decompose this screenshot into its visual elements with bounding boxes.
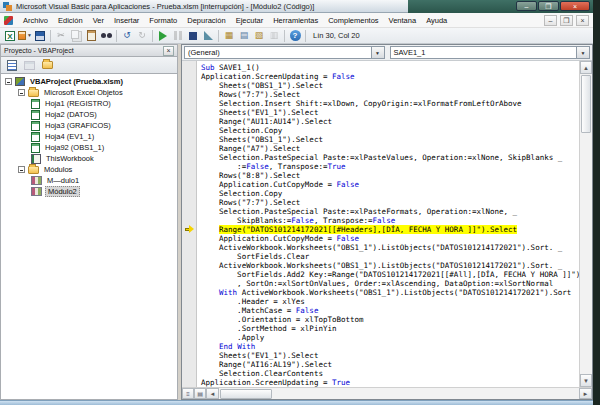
dropdown-caret-icon[interactable]: ▼ (27, 33, 32, 38)
window-border-bottom (0, 400, 593, 405)
reset-icon[interactable] (186, 29, 200, 42)
menu-ver[interactable]: Ver (88, 14, 109, 27)
paste-icon[interactable] (84, 29, 98, 42)
margin-indicator-bar[interactable] (182, 61, 197, 387)
close-panel-icon[interactable]: × (163, 46, 174, 56)
menu-ayuda[interactable]: Ayuda (421, 14, 452, 27)
properties-window-icon[interactable]: ▤ (237, 29, 251, 42)
close-icon[interactable]: × (560, 1, 590, 11)
tree-item-m-dulo2[interactable]: Módulo2 (1, 186, 177, 197)
menu-complementos[interactable]: Complementos (323, 14, 383, 27)
scroll-up-icon[interactable]: ▲ (580, 61, 592, 74)
tree-item-vbaproject-prueba-xlsm[interactable]: VBAProject (Prueba.xlsm) (1, 76, 177, 87)
code-editor[interactable]: Sub SAVE1_1()Application.ScreenUpdating … (197, 61, 579, 387)
code-line: Application.CutCopyMode = False (201, 234, 579, 243)
code-line: Range("AI16:AL19").Select (201, 360, 579, 369)
horizontal-scroll-thumb[interactable] (220, 389, 272, 399)
insert-userform-icon[interactable]: ▼ (18, 29, 32, 42)
chevron-down-icon[interactable]: ▼ (371, 47, 384, 58)
tree-item-hoja1-registro[interactable]: Hoja1 (REGISTRO) (1, 98, 177, 109)
scroll-left-icon[interactable]: ◄ (206, 388, 219, 399)
tree-item-hoja92-obs1-1[interactable]: Hoja92 (OBS1_1) (1, 142, 177, 153)
tree-item-hoja4-ev1-1[interactable]: Hoja4 (EV1_1) (1, 131, 177, 142)
toolbar-separator (116, 30, 117, 42)
collapse-icon[interactable] (5, 78, 12, 85)
folder-icon (28, 166, 39, 174)
code-line: .Apply (201, 333, 579, 342)
close-window-icon[interactable]: × (576, 15, 589, 26)
menu-edicion[interactable]: Edición (53, 14, 88, 27)
scroll-right-icon[interactable]: ► (579, 388, 592, 399)
help-icon[interactable]: ? (288, 29, 302, 42)
code-line: Selection.PasteSpecial Paste:=xlPasteVal… (201, 153, 579, 162)
maximize-icon[interactable]: ❒ (538, 1, 559, 11)
full-module-view-button[interactable]: ▤ (194, 388, 206, 399)
code-line: .SortMethod = xlPinYin (201, 324, 579, 333)
cut-icon[interactable]: ✂ (54, 29, 68, 42)
collapse-icon[interactable] (18, 166, 25, 173)
menu-insertar[interactable]: Insertar (109, 14, 144, 27)
project-explorer-icon[interactable]: ▦ (222, 29, 236, 42)
worksheet-icon (31, 143, 40, 153)
view-object-icon[interactable] (22, 59, 37, 72)
view-code-icon[interactable] (4, 59, 19, 72)
code-line: ActiveWorkbook.Worksheets("OBS1_1").List… (201, 261, 579, 270)
vertical-scrollbar[interactable]: ▲ ▼ (579, 61, 592, 387)
menu-formato[interactable]: Formato (144, 14, 182, 27)
toggle-folders-icon[interactable] (40, 59, 55, 72)
code-line: SortFields.Add2 Key:=Range("DATOS1012141… (201, 270, 579, 279)
menu-ventana[interactable]: Ventana (384, 14, 422, 27)
title-bar: Microsoft Visual Basic para Aplicaciones… (0, 0, 593, 13)
toolbox-icon[interactable]: ▥ (267, 29, 281, 42)
vertical-scroll-track[interactable] (580, 134, 592, 374)
minimize-window-icon[interactable]: – (544, 15, 557, 26)
tree-item-microsoft-excel-objetos[interactable]: Microsoft Excel Objetos (1, 87, 177, 98)
code-line: Rows("8:8").Select (201, 171, 579, 180)
tree-item-label: VBAProject (Prueba.xlsm) (28, 77, 125, 86)
code-line: ActiveWorkbook.Worksheets("OBS1_1").List… (201, 243, 579, 252)
code-line: Range("AU11:AU14").Select (201, 117, 579, 126)
vbe-window: Microsoft Visual Basic para Aplicaciones… (0, 0, 593, 405)
tree-item-label: Módulo2 (45, 186, 80, 197)
procedure-dropdown[interactable]: SAVE1_1 ▼ (390, 46, 591, 59)
object-browser-icon[interactable]: ▧ (252, 29, 266, 42)
save-icon[interactable] (33, 29, 47, 42)
procedure-view-button[interactable]: ≡ (182, 388, 194, 399)
restore-window-icon[interactable]: ❐ (560, 15, 573, 26)
tree-item-hoja3-graficos[interactable]: Hoja3 (GRAFICOS) (1, 120, 177, 131)
tree-item-hoja2-datos[interactable]: Hoja2 (DATOS) (1, 109, 177, 120)
collapse-icon[interactable] (18, 89, 25, 96)
find-icon[interactable] (99, 29, 113, 42)
cursor-position-status: Lín 30, Col 20 (313, 31, 360, 40)
tree-item-label: Hoja1 (REGISTRO) (43, 99, 113, 108)
design-mode-icon[interactable] (201, 29, 215, 42)
current-statement-arrow-icon (185, 225, 194, 233)
code-line: Sheets("OBS1_1").Select (201, 135, 579, 144)
minimize-icon[interactable]: – (516, 1, 537, 11)
view-microsoft-excel-icon[interactable]: X (3, 29, 17, 42)
code-line: Selection.ClearContents (201, 369, 579, 378)
project-tree: VBAProject (Prueba.xlsm)Microsoft Excel … (0, 74, 178, 400)
code-line: SortFields.Clear (201, 252, 579, 261)
menu-archivo[interactable]: Archivo (18, 14, 53, 27)
project-icon (15, 77, 25, 86)
vertical-scroll-thumb[interactable] (581, 75, 591, 133)
tree-item-m-dulos[interactable]: Módulos (1, 164, 177, 175)
object-dropdown[interactable]: (General) ▼ (184, 46, 385, 59)
break-icon[interactable] (171, 29, 185, 42)
tree-item-m-dulo1[interactable]: M—dulo1 (1, 175, 177, 186)
menu-herramientas[interactable]: Herramientas (268, 14, 323, 27)
run-icon[interactable] (156, 29, 170, 42)
undo-icon[interactable]: ↺ (120, 29, 134, 42)
menu-ejecutar[interactable]: Ejecutar (231, 14, 269, 27)
tree-item-thisworkbook[interactable]: ThisWorkbook (1, 153, 177, 164)
copy-icon[interactable] (69, 29, 83, 42)
toolbar-separator (305, 30, 306, 42)
project-explorer-header[interactable]: Proyecto - VBAProject × (0, 44, 178, 57)
redo-icon[interactable]: ↻ (135, 29, 149, 42)
scroll-down-icon[interactable]: ▼ (580, 374, 592, 387)
chevron-down-icon[interactable]: ▼ (576, 47, 589, 58)
horizontal-scrollbar[interactable]: ≡ ▤ ◄ ► (182, 387, 592, 399)
project-explorer-title: Proyecto - VBAProject (4, 47, 163, 54)
menu-depuracion[interactable]: Depuración (182, 14, 230, 27)
